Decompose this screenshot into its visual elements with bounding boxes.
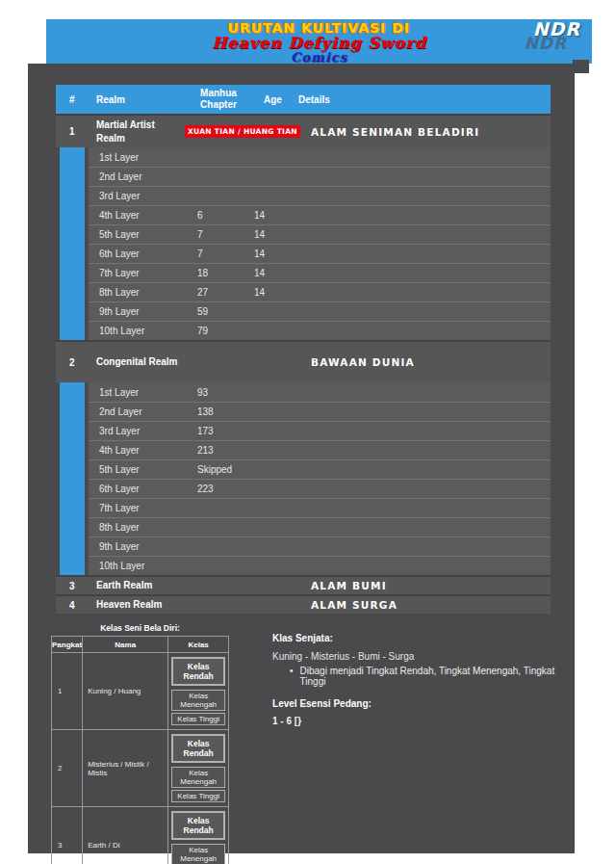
realm-details: ALAM SENIMAN BELADIRI [308, 126, 551, 138]
realm-name: Martial Artist Realm [96, 118, 185, 144]
layer-chapter: 7 [192, 229, 252, 240]
realm-details: ALAM SURGA [308, 599, 551, 611]
col-header-num: # [56, 94, 96, 105]
col-header-kelas: Kelas [168, 637, 229, 653]
layer-name: 5th Layer [89, 464, 192, 475]
kelas-rendah-button[interactable]: Kelas Rendah [171, 811, 225, 840]
realm-number: 1 [56, 126, 96, 137]
layer-row: 6th Layer 223 [89, 479, 551, 498]
layer-chapter: 7 [192, 249, 252, 259]
realm-number: 4 [56, 600, 96, 611]
weapon-class-bullet-text: Dibagi menjadi Tingkat Rendah, Tingkat M… [300, 666, 575, 687]
page-title-line2: Heaven Defying Sword [46, 36, 592, 51]
layer-row: 7th Layer 18 14 [89, 263, 551, 282]
realm-name: Congenital Realm [96, 355, 185, 369]
bullet-icon: • [290, 666, 294, 687]
page-title-line3: Comics [46, 51, 592, 65]
layer-chapter: 213 [192, 445, 252, 456]
col-header-pangkat: Pangkat [52, 637, 83, 653]
layer-group-martial-artist: 1st Layer 2nd Layer 3rd Layer [56, 147, 551, 340]
layer-name: 10th Layer [89, 561, 192, 571]
cultivation-table: # Realm Manhua Chapter Age Details 1 Mar… [56, 85, 551, 614]
realm-details: BAWAAN DUNIA [308, 356, 551, 368]
content-panel: # Realm Manhua Chapter Age Details 1 Mar… [28, 64, 575, 853]
kelas-menengah-button[interactable]: Kelas Menengah [171, 767, 225, 788]
kelas-rendah-button[interactable]: Kelas Rendah [171, 734, 225, 763]
layer-name: 8th Layer [89, 287, 192, 298]
layer-row: 4th Layer 6 14 [89, 205, 551, 224]
layer-row: 1st Layer [89, 147, 551, 167]
layer-name: 2nd Layer [89, 171, 192, 182]
page: URUTAN KULTIVASI DI Heaven Defying Sword… [0, 0, 616, 864]
martial-class-title: Kelas Seni Bela Diri: [51, 623, 229, 633]
layer-name: 3rd Layer [89, 426, 192, 436]
layer-chapter: Skipped [192, 464, 252, 475]
realm-number: 2 [56, 357, 96, 368]
realm-details: ALAM BUMI [308, 580, 551, 591]
sword-essence-title: Level Esensi Pedang: [272, 698, 575, 709]
table-row: 3 Earth / Di Kelas Rendah Kelas Menengah… [52, 807, 229, 864]
table-header-row: # Realm Manhua Chapter Age Details [56, 85, 551, 114]
layer-name: 6th Layer [89, 249, 192, 259]
realm-row-congenital: 2 Congenital Realm BAWAAN DUNIA [56, 340, 551, 382]
realm-name: Earth Realm [96, 579, 185, 592]
sword-essence-value: 1 - 6 [} [272, 716, 575, 726]
layer-age: 14 [252, 268, 295, 278]
layer-name: 6th Layer [89, 484, 192, 494]
layer-name: 7th Layer [89, 503, 192, 513]
layer-name: 7th Layer [89, 268, 192, 278]
layer-age: 14 [252, 210, 295, 221]
layer-age: 14 [252, 287, 295, 298]
kelas-menengah-button[interactable]: Kelas Menengah [171, 844, 225, 864]
kelas-tinggi-button[interactable]: Kelas Tinggi [171, 790, 225, 802]
layer-chapter: 138 [192, 406, 252, 417]
layer-chapter: 59 [192, 306, 252, 317]
layer-name: 1st Layer [89, 387, 192, 398]
layer-row: 2nd Layer 138 [89, 402, 551, 421]
layer-row: 3rd Layer 173 [89, 421, 551, 440]
name-cell: Earth / Di [83, 807, 168, 864]
layer-row: 5th Layer Skipped [89, 459, 551, 479]
realm-number: 3 [56, 581, 96, 591]
realm-row-martial-artist: 1 Martial Artist Realm XUAN TIAN / HUANG… [56, 114, 551, 147]
layer-name: 9th Layer [89, 541, 192, 552]
kelas-rendah-button[interactable]: Kelas Rendah [171, 657, 225, 686]
name-cell: Misterius / Mistik / Mistis [83, 730, 168, 807]
weapon-class-line: Kuning - Misterius - Bumi - Surga [272, 651, 575, 662]
col-header-realm: Realm [96, 94, 185, 105]
layer-group-congenital: 1st Layer 93 2nd Layer 138 3rd Layer 173 [56, 382, 551, 575]
rank-cell: 2 [52, 730, 83, 807]
kelas-tinggi-button[interactable]: Kelas Tinggi [171, 713, 225, 725]
layer-name: 10th Layer [89, 326, 192, 336]
layer-name: 8th Layer [89, 522, 192, 533]
layer-chapter: 223 [192, 484, 252, 494]
layer-row: 9th Layer 59 [89, 301, 551, 321]
table-row: 1 Kuning / Huang Kelas Rendah Kelas Mene… [52, 653, 229, 730]
rank-cell: 1 [52, 653, 83, 730]
layer-row: 5th Layer 7 14 [89, 224, 551, 244]
bottom-section: Kelas Seni Bela Diri: Pangkat Nama Kelas… [28, 623, 575, 864]
layer-chapter: 79 [192, 326, 252, 336]
layer-group-bar [60, 382, 85, 575]
realm-row-earth: 3 Earth Realm ALAM BUMI [56, 575, 551, 594]
layer-group-bar [60, 147, 85, 340]
page-header: URUTAN KULTIVASI DI Heaven Defying Sword… [46, 19, 592, 64]
layer-row: 9th Layer [89, 537, 551, 556]
layer-name: 9th Layer [89, 306, 192, 317]
layer-age: 14 [252, 249, 295, 259]
layer-age: 14 [252, 229, 295, 240]
layer-row: 7th Layer [89, 498, 551, 517]
layer-name: 4th Layer [89, 445, 192, 456]
realm-row-heaven: 4 Heaven Realm ALAM SURGA [56, 594, 551, 614]
rank-cell: 3 [52, 807, 83, 864]
realm-name: Heaven Realm [96, 598, 185, 612]
col-header-age: Age [252, 94, 295, 105]
weapon-class-bullet: • Dibagi menjadi Tingkat Rendah, Tingkat… [290, 666, 575, 687]
layer-row: 8th Layer [89, 517, 551, 537]
name-cell: Kuning / Huang [83, 653, 168, 730]
layer-name: 5th Layer [89, 229, 192, 240]
layer-row: 4th Layer 213 [89, 440, 551, 459]
layer-name: 4th Layer [89, 210, 192, 221]
col-header-nama: Nama [83, 637, 168, 653]
kelas-menengah-button[interactable]: Kelas Menengah [171, 690, 225, 711]
